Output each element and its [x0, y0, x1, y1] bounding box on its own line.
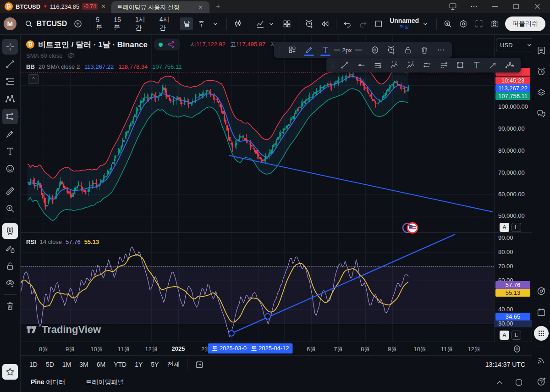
browser-tab-btcusd[interactable]: ₿ BTCUSD ▼ 116,234.85 -0.74 ✕ [0, 0, 111, 13]
timeframe-dropdown[interactable] [208, 17, 223, 31]
drag-handle-icon[interactable] [277, 45, 284, 55]
timeframe-15분[interactable]: 15분 [110, 14, 130, 34]
range-5D[interactable]: 5D [42, 359, 58, 370]
projection-tool[interactable]: › [2, 109, 18, 124]
drawing-settings-button[interactable] [367, 44, 383, 56]
auto-scale-button[interactable]: A [500, 331, 509, 340]
redo-button[interactable] [355, 17, 371, 31]
timeframe-날[interactable]: 날 [180, 17, 193, 30]
tab-trading-panel[interactable]: 트레이딩패널 [76, 378, 134, 386]
magnet-mode-button[interactable] [2, 223, 18, 239]
drag-handle-icon[interactable] [329, 61, 336, 70]
horizontal-ray-tool[interactable] [353, 59, 369, 72]
stay-in-drawing-mode-button[interactable] [2, 241, 18, 256]
xabcd-pattern-tool[interactable]: AC [402, 59, 419, 72]
auto-scale-button[interactable]: A [500, 223, 509, 232]
layout-grid-button[interactable] [279, 17, 295, 31]
range-5Y[interactable]: 5Y [147, 359, 163, 370]
watchlist-button[interactable] [534, 43, 549, 58]
apps-button[interactable] [534, 326, 549, 341]
arrow-tool[interactable] [485, 59, 501, 72]
share-icon[interactable] [166, 40, 176, 49]
rectangle-tool[interactable] [452, 59, 468, 72]
go-to-date-icon[interactable] [191, 358, 208, 371]
tab-close-icon[interactable]: ✕ [100, 3, 107, 10]
market-status-pill[interactable] [154, 39, 180, 50]
bb-indicator-row[interactable]: BB 20 SMA close 2 113,267.22 118,778.34 … [26, 61, 287, 72]
panel-expand-icon[interactable] [495, 378, 504, 387]
chart-style-button[interactable] [230, 17, 246, 31]
window-close-button[interactable] [533, 2, 542, 11]
streams-button[interactable] [534, 353, 549, 368]
patterns-tool[interactable] [2, 91, 18, 107]
range-YTD[interactable]: YTD [110, 359, 131, 370]
help-button[interactable] [534, 374, 549, 389]
line-width-button[interactable]: 2px [334, 44, 350, 56]
window-maximize-button[interactable] [512, 2, 521, 11]
publish-button[interactable]: 퍼블리쉬 [505, 17, 545, 31]
parallel-channel-tool[interactable] [369, 59, 386, 72]
trend-line-tool[interactable] [2, 56, 18, 72]
timeframe-주[interactable]: 주 [195, 17, 208, 30]
more-options-icon[interactable] [433, 44, 449, 56]
timeframe-5분[interactable]: 5분 [93, 14, 109, 34]
log-scale-button[interactable]: L [512, 223, 521, 232]
chat-button[interactable] [534, 106, 549, 121]
panel-maximize-icon[interactable] [514, 378, 523, 387]
brush-tool[interactable] [2, 126, 18, 142]
color-button[interactable] [301, 44, 317, 56]
zoom-in-tool[interactable] [2, 201, 18, 216]
clock-utc[interactable]: 13:14:37 UTC [485, 361, 525, 368]
window-minimize-button[interactable] [490, 2, 500, 11]
time-axis[interactable]: 8월9월10월11월12월20252월3월4월5월6월7월8월9월10월11월1… [21, 342, 532, 356]
new-tab-button[interactable]: + [209, 0, 227, 13]
range-1D[interactable]: 1D [25, 359, 42, 370]
save-label[interactable]: 저장 [399, 24, 409, 30]
snapshot-button[interactable] [487, 17, 502, 31]
emoji-tool[interactable] [2, 161, 18, 177]
compare-symbol-button[interactable] [70, 17, 86, 31]
range-1Y[interactable]: 1Y [131, 359, 147, 370]
fullscreen-button[interactable] [471, 17, 487, 31]
layout-name-button[interactable]: Unnamed 저장 [386, 16, 433, 32]
timeframe-1시간[interactable]: 1시간 [132, 13, 154, 34]
symbol-search-button[interactable]: BTCUSD [21, 17, 71, 31]
scanner-button[interactable] [534, 284, 549, 298]
user-avatar[interactable]: M [4, 17, 16, 30]
text-tool[interactable] [468, 59, 485, 72]
price-axis[interactable]: 100,000.0090,000.0080,000.0070,000.0060,… [494, 34, 532, 342]
range-3M[interactable]: 3M [75, 359, 92, 370]
create-alert-button[interactable] [302, 17, 317, 31]
eye-slash-icon[interactable] [66, 51, 76, 60]
rsi-legend[interactable]: RSI 14 close 57.76 55.13 [26, 238, 99, 245]
text-color-button[interactable] [317, 44, 334, 56]
trend-line-tool[interactable] [336, 59, 353, 72]
quick-search-button[interactable] [440, 17, 456, 31]
text-tool[interactable] [2, 144, 18, 159]
line-style-button[interactable] [350, 44, 367, 56]
sma-indicator-row[interactable]: SMA 60 close [26, 50, 287, 61]
legend-collapse-button[interactable]: ^ [28, 74, 39, 84]
tab-close-icon[interactable]: ✕ [198, 4, 204, 11]
template-button[interactable] [284, 44, 301, 56]
browser-menu-icon[interactable] [469, 2, 478, 11]
fib-retracement-tool[interactable] [2, 74, 18, 89]
lock-icon[interactable] [400, 44, 416, 56]
range-6M[interactable]: 6M [93, 359, 110, 370]
timeframe-4시간[interactable]: 4시간 [156, 13, 179, 34]
layout-select-button[interactable] [371, 17, 386, 31]
delete-drawing-button[interactable] [416, 44, 433, 56]
indicators-button[interactable] [253, 17, 279, 31]
hide-drawings-button[interactable] [2, 276, 18, 291]
alerts-button[interactable] [534, 64, 549, 79]
symbol-title[interactable]: 비트코인 / 달러 · 1날 · Binance [38, 39, 148, 50]
range-전체[interactable]: 전체 [163, 359, 184, 370]
drawing-alert-button[interactable] [383, 44, 400, 56]
timezone-settings-icon[interactable] [512, 344, 522, 353]
trend-angle-tool[interactable] [419, 59, 435, 72]
favorites-toolbar-button[interactable] [2, 364, 18, 380]
log-scale-button[interactable]: L [512, 331, 521, 340]
remove-drawings-button[interactable] [2, 298, 18, 314]
chart-settings-button[interactable] [456, 17, 471, 31]
calendar-button[interactable] [534, 305, 549, 320]
